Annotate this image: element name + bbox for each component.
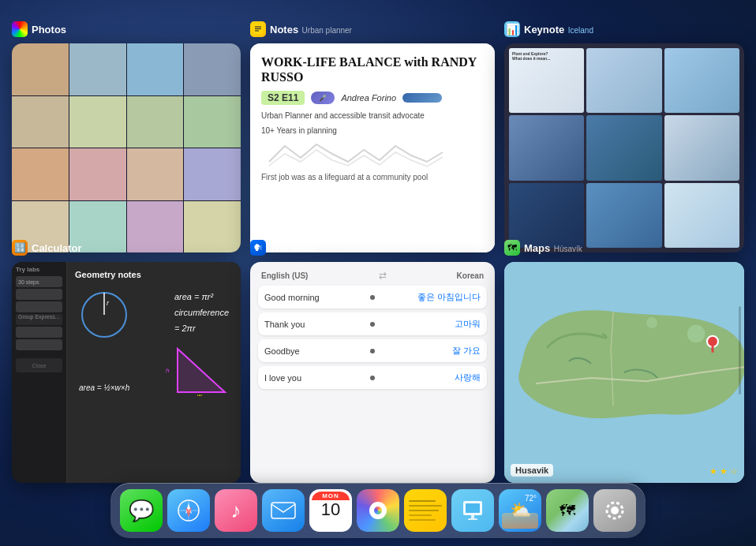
photo-thumb [184, 201, 241, 253]
dock-app-mail[interactable] [262, 489, 305, 532]
translate-dot-4 [370, 376, 375, 380]
maps-card-inner[interactable]: Husavik ★ ★ ☆ [504, 262, 744, 483]
keynote-label-texts: Keynote Iceland [524, 22, 593, 36]
notes-first-job: First job was as a lifeguard at a commun… [261, 173, 484, 181]
photos-label: Photos [12, 21, 66, 37]
maps-island-svg [504, 262, 744, 483]
keynote-slide [664, 183, 739, 248]
maps-icon: 🗺 [504, 240, 520, 256]
dock-app-weather[interactable]: 72° ⛅ [499, 489, 541, 532]
notes-desc: Urban Planner and accessible transit adv… [261, 110, 484, 122]
translate-lang-arrow: ⇄ [379, 270, 387, 281]
svg-rect-23 [466, 503, 480, 513]
svg-point-12 [687, 325, 705, 342]
dock-app-maps[interactable]: 🗺 [546, 489, 589, 532]
translate-en-3: Goodbye [264, 346, 364, 356]
translate-card-cell[interactable]: 🗣 Translate English (US) ⇄ Korean Good m… [250, 262, 495, 483]
translate-en-2: Thank you [264, 320, 364, 329]
maps-bg: Husavik ★ ★ ☆ [504, 262, 744, 483]
keynote-slide: Plant and Explore?What does it mean... [509, 48, 584, 113]
mail-icon [271, 502, 296, 519]
dock-app-keynote[interactable] [451, 489, 494, 532]
translate-kr-1: 좋은 아침입니다 [381, 291, 481, 303]
translate-card-inner[interactable]: English (US) ⇄ Korean Good morning 좋은 아침… [250, 262, 495, 483]
photo-thumb [127, 148, 184, 200]
calculator-main: Geometry notes r area = πr² circumferenc… [67, 262, 241, 483]
translate-icon: 🗣 [250, 240, 266, 256]
calendar-day-num: 10 [321, 500, 340, 519]
photos-card-cell[interactable]: Photos [12, 43, 241, 252]
geometry-triangle-svg: h w [162, 341, 233, 396]
dock-app-safari[interactable] [167, 489, 210, 532]
keynote-slide [509, 115, 584, 180]
keynote-slide [586, 183, 661, 248]
notes-card-inner[interactable]: WORK-LIFE BALANCE with RANDY RUSSO S2 E1… [250, 43, 495, 252]
dock-app-settings[interactable] [593, 489, 636, 532]
keynote-slide [509, 183, 584, 248]
keynote-app-name: Keynote [524, 24, 564, 36]
formula1: area = πr² [174, 290, 229, 305]
dock-app-music[interactable]: ♪ [215, 489, 257, 532]
photos-card-inner[interactable] [12, 43, 241, 252]
translate-lang-from: English (US) [261, 271, 308, 280]
keynote-card-cell[interactable]: 📊 Keynote Iceland Plant and Explore?What… [504, 43, 744, 252]
calculator-sidebar: Try labs 30 steps Group Express... Close [12, 262, 67, 483]
maps-app-name: Maps [524, 242, 550, 254]
translate-pairs: Good morning 좋은 아침입니다 Thank you 고마워 Good… [258, 286, 487, 389]
maps-card-cell[interactable]: 🗺 Maps Húsavík [504, 262, 744, 483]
notes-app-subtitle: Urban planner [302, 26, 352, 35]
notes-sketch-svg [261, 138, 451, 170]
notes-years: 10+ Years in planning [261, 126, 484, 135]
svg-rect-24 [471, 515, 474, 518]
photo-thumb [184, 148, 241, 200]
notes-content: WORK-LIFE BALANCE with RANDY RUSSO S2 E1… [250, 43, 495, 252]
dock-app-notes[interactable] [404, 489, 447, 532]
photo-thumb [12, 148, 69, 200]
photos-dock-icon [357, 489, 399, 532]
translate-row-3: Goodbye 잘 가요 [258, 339, 487, 362]
translate-row-4: I love you 사랑해 [258, 366, 487, 389]
translate-label-texts: Translate [270, 241, 315, 255]
notes-icon [250, 21, 266, 37]
dock-app-calendar[interactable]: MON 10 [309, 489, 352, 532]
photo-thumb [184, 43, 241, 95]
photo-thumb [12, 43, 69, 95]
translate-kr-3: 잘 가요 [381, 345, 481, 357]
formula2: circumference [174, 305, 229, 321]
photo-thumb [184, 96, 241, 148]
maps-location-label: Husavik [511, 464, 553, 477]
notes-label-texts: Notes Urban planner [270, 22, 352, 36]
keynote-slide [586, 115, 661, 180]
notes-label: Notes Urban planner [250, 21, 352, 37]
calculator-card-inner[interactable]: Try labs 30 steps Group Express... Close… [12, 262, 241, 483]
notes-title: WORK-LIFE BALANCE with RANDY RUSSO [261, 54, 484, 84]
notes-card-cell[interactable]: Notes Urban planner WORK-LIFE BALANCE wi… [250, 43, 495, 252]
translate-dot-2 [370, 322, 375, 327]
maps-dock-icon: 🗺 [546, 489, 589, 532]
keynote-card-inner[interactable]: Plant and Explore?What does it mean... [504, 43, 744, 252]
calculator-card-cell[interactable]: 🔢 Calculator Try labs 30 steps Group Exp… [12, 262, 241, 483]
formula4: area = ½×w×h [79, 383, 129, 392]
translate-kr-2: 고마워 [381, 318, 481, 330]
translate-kr-4: 사랑해 [381, 372, 481, 383]
svg-rect-21 [271, 503, 295, 518]
maps-scrollbar[interactable] [739, 306, 741, 395]
dock-app-photos[interactable] [357, 489, 399, 532]
calculator-icon: 🔢 [12, 240, 28, 256]
svg-text:h: h [166, 367, 170, 374]
calculator-app-name: Calculator [32, 242, 82, 254]
maps-stars: ★ ★ ☆ [709, 466, 738, 477]
translate-label: 🗣 Translate [250, 240, 315, 256]
photo-thumb [12, 96, 69, 148]
calculator-label: 🔢 Calculator [12, 240, 82, 256]
maps-label-texts: Maps Húsavík [524, 241, 582, 255]
keynote-icon: 📊 [504, 21, 520, 37]
photo-thumb [69, 148, 126, 200]
translate-dot-1 [370, 295, 375, 300]
ipad-screen: Photos [0, 0, 756, 546]
settings-icon [603, 499, 627, 522]
svg-text:r: r [107, 299, 110, 307]
formula3: = 2πr [174, 321, 229, 337]
dock-app-messages[interactable]: 💬 [120, 489, 163, 532]
calculator-geometry-title: Geometry notes [75, 270, 233, 279]
